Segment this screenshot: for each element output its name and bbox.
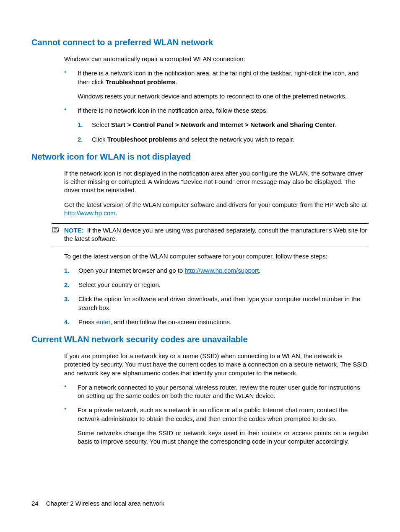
link-hp-support[interactable]: http://www.hp.com/support: [184, 267, 259, 274]
list-item: If there is a network icon in the notifi…: [64, 69, 369, 101]
text: Get the latest version of the WLAN compu…: [64, 201, 366, 208]
text: .: [335, 121, 337, 128]
paragraph: Get the latest version of the WLAN compu…: [64, 201, 369, 218]
text: Click: [92, 136, 107, 143]
numbered-list: Select Start > Control Panel > Network a…: [78, 121, 369, 144]
section-heading-cannot-connect: Cannot connect to a preferred WLAN netwo…: [31, 38, 369, 47]
paragraph: Windows can automatically repair a corru…: [64, 55, 369, 63]
bullet-list: If there is a network icon in the notifi…: [31, 69, 369, 144]
note-icon: [52, 226, 62, 234]
list-item: Select your country or region.: [64, 281, 369, 289]
link-hp[interactable]: http://www.hp.com: [64, 209, 116, 217]
text: Press: [78, 318, 96, 325]
page-number: 24: [31, 500, 39, 507]
section-heading-network-icon: Network icon for WLAN is not displayed: [31, 152, 369, 162]
list-item: Select Start > Control Panel > Network a…: [78, 121, 369, 129]
text-bold: Troubleshoot problems: [107, 136, 177, 143]
paragraph: If you are prompted for a network key or…: [64, 352, 369, 377]
note-content: NOTE:If the WLAN device you are using wa…: [64, 226, 369, 243]
key-name: enter: [96, 318, 110, 325]
text-bold: Start > Control Panel > Network and Inte…: [111, 121, 335, 128]
text: .: [116, 209, 117, 217]
list-item: For a private network, such as a network…: [64, 406, 369, 446]
list-item: Press enter, and then follow the on-scre…: [64, 318, 369, 326]
text-bold: Troubleshoot problems: [106, 78, 176, 85]
text: Open your Internet browser and go to: [78, 267, 184, 274]
text: For a private network, such as a network…: [78, 406, 348, 422]
paragraph: Some networks change the SSID or network…: [78, 429, 369, 446]
note-label: NOTE:: [64, 227, 84, 234]
text: .: [175, 78, 177, 85]
text: and select the network you wish to repai…: [177, 136, 294, 143]
text: , and then follow the on-screen instruct…: [110, 318, 231, 325]
paragraph: To get the latest version of the WLAN co…: [64, 252, 369, 261]
text: If there is no network icon in the notif…: [78, 107, 268, 114]
paragraph: If the network icon is not displayed in …: [64, 169, 369, 195]
note-text: If the WLAN device you are using was pur…: [64, 227, 367, 242]
list-item: Open your Internet browser and go to htt…: [64, 266, 369, 275]
numbered-list: Open your Internet browser and go to htt…: [64, 266, 369, 326]
page-footer: 24Chapter 2 Wireless and local area netw…: [31, 500, 164, 507]
text: .: [259, 267, 260, 274]
bullet-list: For a network connected to your personal…: [31, 383, 369, 446]
list-item: For a network connected to your personal…: [64, 383, 369, 400]
section-heading-security-codes: Current WLAN network security codes are …: [31, 335, 369, 344]
text: Select: [92, 121, 111, 128]
list-item: If there is no network icon in the notif…: [64, 106, 369, 144]
document-page: Cannot connect to a preferred WLAN netwo…: [0, 0, 400, 446]
paragraph: Windows resets your network device and a…: [78, 92, 369, 101]
list-item: Click Troubleshoot problems and select t…: [78, 135, 369, 144]
list-item: Click the option for software and driver…: [64, 295, 369, 312]
note-box: NOTE:If the WLAN device you are using wa…: [52, 223, 369, 246]
chapter-label: Chapter 2 Wireless and local area networ…: [46, 500, 165, 507]
